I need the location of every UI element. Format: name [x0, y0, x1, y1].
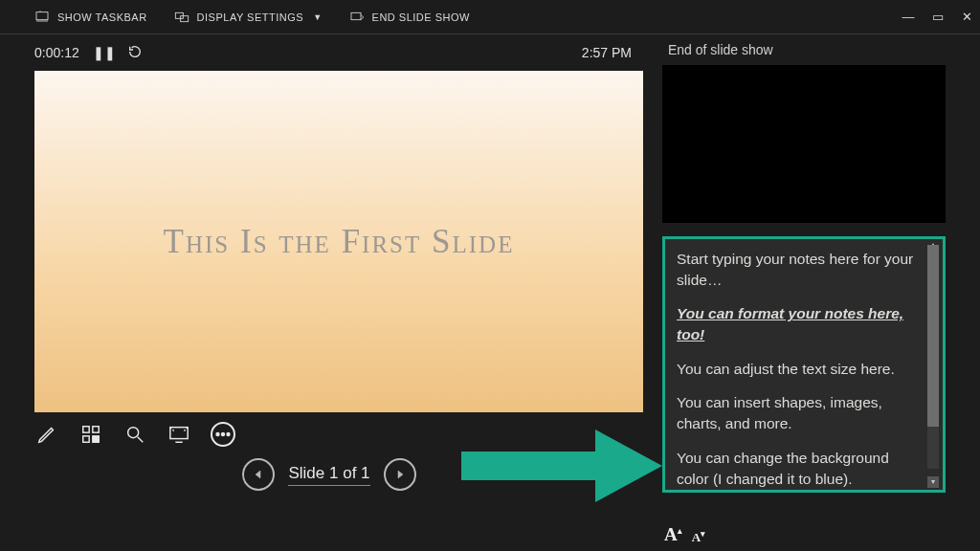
- display-settings-label: DISPLAY SETTINGS: [197, 11, 304, 23]
- svg-point-8: [128, 428, 139, 438]
- notes-line: You can change the background color (I c…: [677, 448, 924, 489]
- minimize-button[interactable]: —: [902, 10, 916, 24]
- current-slide-preview[interactable]: This Is the First Slide: [34, 71, 643, 412]
- slide-counter[interactable]: Slide 1 of 1: [288, 464, 369, 486]
- svg-point-12: [227, 433, 230, 436]
- window-controls: — ▭ ✕: [902, 10, 973, 24]
- pause-timer-button[interactable]: ❚❚: [93, 45, 116, 60]
- svg-rect-0: [36, 11, 48, 19]
- display-settings-icon: [174, 10, 189, 25]
- presenter-tools: [0, 412, 658, 447]
- slide-title-text: This Is the First Slide: [164, 223, 515, 261]
- notes-scrollbar-thumb[interactable]: [927, 245, 939, 427]
- chevron-right-icon: [394, 469, 406, 480]
- magnifier-icon: [124, 424, 145, 445]
- notes-line: You can adjust the text size here.: [677, 359, 924, 380]
- reset-timer-button[interactable]: [127, 44, 143, 62]
- scroll-down-button[interactable]: ▾: [927, 476, 939, 488]
- presenter-main-panel: 0:00:12 ❚❚ 2:57 PM This Is the First Sli…: [0, 34, 658, 520]
- speaker-notes-panel[interactable]: Start typing your notes here for your sl…: [662, 236, 946, 493]
- svg-point-11: [222, 433, 225, 436]
- end-slideshow-button[interactable]: END SLIDE SHOW: [349, 10, 470, 25]
- svg-rect-5: [93, 427, 99, 432]
- presenter-side-panel: End of slide show Start typing your note…: [658, 34, 980, 520]
- top-toolbar: SHOW TASKBAR DISPLAY SETTINGS ▼ END SLID…: [0, 0, 980, 34]
- show-taskbar-label: SHOW TASKBAR: [57, 11, 147, 23]
- svg-rect-4: [83, 427, 89, 432]
- end-slideshow-icon: [349, 10, 365, 25]
- next-slide-button[interactable]: [384, 458, 416, 491]
- next-slide-preview[interactable]: [662, 65, 946, 223]
- prev-slide-button[interactable]: [242, 458, 275, 491]
- svg-rect-7: [93, 436, 99, 442]
- svg-rect-6: [83, 436, 89, 442]
- maximize-button[interactable]: ▭: [932, 10, 945, 24]
- zoom-button[interactable]: [122, 422, 147, 447]
- svg-rect-9: [170, 428, 188, 439]
- slide-navigation: Slide 1 of 1: [0, 458, 658, 491]
- pen-icon: [36, 424, 57, 445]
- black-screen-button[interactable]: [167, 422, 191, 447]
- grid-icon: [80, 424, 101, 445]
- dropdown-caret-icon: ▼: [313, 12, 322, 22]
- notes-font-size-controls: A▴ A▾: [664, 524, 705, 545]
- timer-row: 0:00:12 ❚❚ 2:57 PM: [0, 34, 658, 71]
- show-taskbar-button[interactable]: SHOW TASKBAR: [34, 10, 147, 25]
- svg-rect-3: [351, 12, 361, 19]
- elapsed-timer: 0:00:12: [34, 45, 79, 60]
- notes-line: You can insert shapes, images, charts, a…: [677, 392, 924, 433]
- svg-point-10: [216, 433, 219, 436]
- close-button[interactable]: ✕: [962, 10, 973, 24]
- see-all-slides-button[interactable]: [78, 422, 103, 447]
- chevron-left-icon: [253, 469, 264, 480]
- taskbar-icon: [34, 10, 50, 25]
- notes-line: You can format your notes here, too!: [677, 303, 924, 344]
- increase-font-button[interactable]: A▴: [664, 524, 682, 545]
- display-settings-button[interactable]: DISPLAY SETTINGS ▼: [174, 10, 323, 25]
- screen-icon: [168, 424, 189, 445]
- end-slideshow-label: END SLIDE SHOW: [372, 11, 470, 23]
- decrease-font-button[interactable]: A▾: [692, 529, 705, 545]
- next-slide-label: End of slide show: [662, 34, 972, 59]
- more-options-button[interactable]: [211, 422, 235, 447]
- pen-tool-button[interactable]: [34, 422, 59, 447]
- notes-line: Start typing your notes here for your sl…: [677, 249, 924, 290]
- wall-clock: 2:57 PM: [582, 45, 643, 60]
- reload-icon: [127, 44, 143, 59]
- ellipsis-icon: [212, 424, 234, 445]
